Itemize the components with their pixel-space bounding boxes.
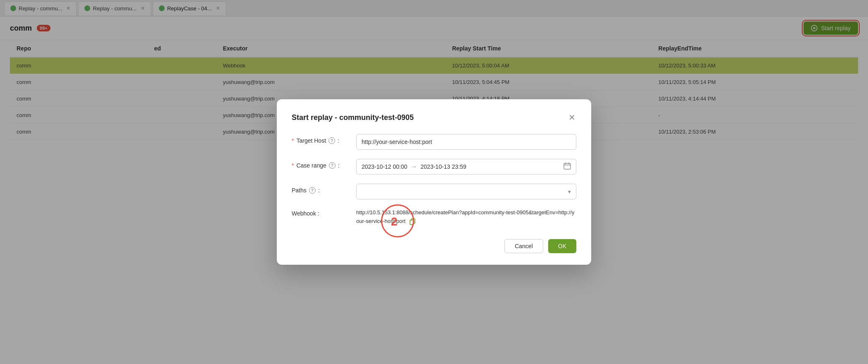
target-host-input[interactable]	[356, 134, 576, 150]
target-host-help-icon[interactable]: ?	[328, 137, 335, 144]
modal-header: Start replay - community-test-0905 ✕	[292, 113, 576, 122]
paths-row: Paths ? : ▾	[292, 184, 576, 199]
modal-close-button[interactable]: ✕	[568, 113, 576, 122]
webhook-colon: :	[318, 210, 319, 217]
copy-icon[interactable]	[409, 218, 416, 225]
case-range-row: * Case range ? : 2023-10-12 00:00 → 2023…	[292, 159, 576, 175]
modal-title: Start replay - community-test-0905	[292, 113, 414, 122]
case-range-input[interactable]: 2023-10-12 00:00 → 2023-10-13 23:59	[356, 159, 576, 175]
case-range-help-icon[interactable]: ?	[329, 162, 336, 169]
target-host-row: * Target Host ? :	[292, 134, 576, 150]
calendar-icon	[563, 162, 571, 171]
case-range-label-text: Case range	[296, 162, 326, 169]
webhook-label: Webhook :	[292, 208, 350, 217]
webhook-content: http://10.5.153.1:8088/schedule/createPl…	[356, 208, 576, 226]
label-colon-paths: :	[318, 187, 320, 194]
ok-button[interactable]: OK	[548, 239, 576, 253]
modal-footer: Cancel OK	[292, 239, 576, 253]
target-host-label-text: Target Host	[296, 137, 326, 144]
cancel-button[interactable]: Cancel	[504, 239, 543, 253]
svg-rect-2	[564, 163, 571, 169]
date-arrow-icon: →	[411, 163, 417, 170]
modal-dialog: Start replay - community-test-0905 ✕ * T…	[277, 99, 591, 265]
svg-rect-7	[410, 220, 414, 225]
required-star-range: *	[292, 162, 294, 169]
webhook-row: Webhook : http://10.5.153.1:8088/schedul…	[292, 208, 576, 226]
chevron-down-icon: ▾	[568, 189, 571, 195]
paths-select[interactable]: ▾	[356, 184, 576, 199]
webhook-label-text: Webhook	[292, 210, 316, 217]
paths-label-text: Paths	[292, 187, 307, 194]
case-range-label: * Case range ? :	[292, 159, 350, 169]
modal-overlay: Start replay - community-test-0905 ✕ * T…	[0, 0, 868, 364]
webhook-url: http://10.5.153.1:8088/schedule/createPl…	[356, 209, 575, 224]
paths-help-icon[interactable]: ?	[309, 187, 316, 194]
date-to: 2023-10-13 23:59	[421, 163, 467, 170]
target-host-label: * Target Host ? :	[292, 134, 350, 144]
date-from: 2023-10-12 00:00	[362, 163, 408, 170]
paths-label: Paths ? :	[292, 184, 350, 194]
required-star-host: *	[292, 137, 294, 144]
label-colon-host: :	[338, 137, 339, 144]
label-colon-range: :	[338, 162, 340, 169]
